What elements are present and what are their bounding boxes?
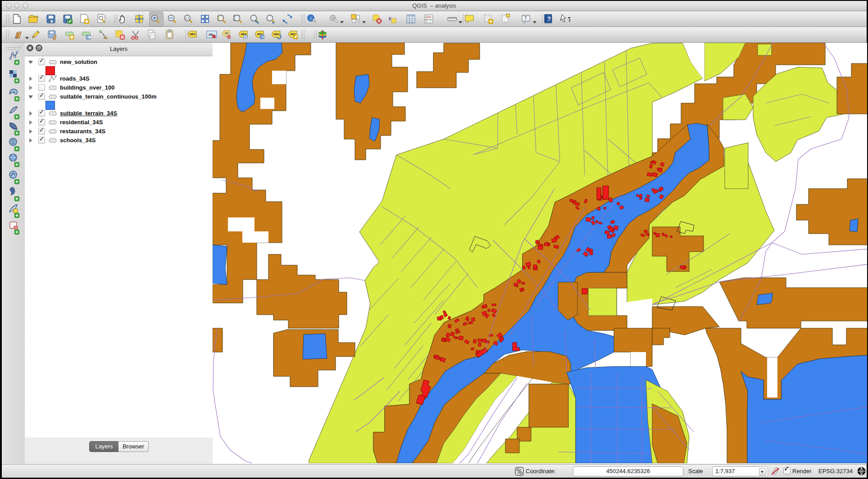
svg-text:ε: ε (389, 14, 392, 22)
svg-text:i: i (310, 15, 311, 21)
svg-text:abc: abc (274, 32, 280, 36)
svg-text:ab: ab (225, 32, 228, 35)
svg-text:?: ? (568, 15, 570, 23)
svg-text:abc: abc (190, 32, 196, 36)
svg-text:?: ? (547, 16, 550, 22)
svg-text:T: T (524, 16, 527, 21)
svg-text:1:1: 1:1 (185, 17, 189, 20)
